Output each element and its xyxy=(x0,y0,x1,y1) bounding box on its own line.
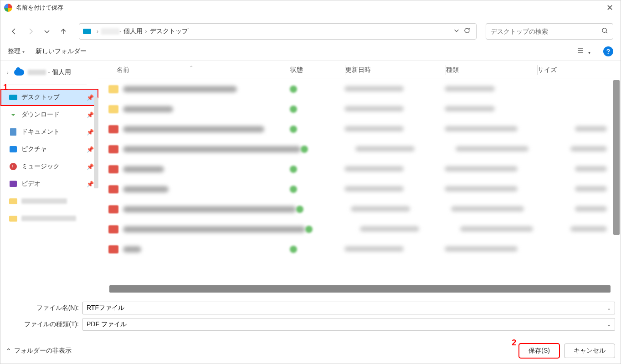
column-state[interactable]: 状態 xyxy=(290,66,345,74)
back-button[interactable] xyxy=(8,25,21,38)
new-folder-button[interactable]: 新しいフォルダー xyxy=(36,47,87,56)
pin-icon[interactable]: 📌 xyxy=(87,163,94,170)
file-row[interactable] xyxy=(98,219,621,239)
type-blurred xyxy=(445,126,518,131)
chevron-right-icon[interactable]: › xyxy=(7,70,12,75)
file-row[interactable] xyxy=(98,79,621,99)
chevron-down-icon[interactable]: ⌄ xyxy=(607,305,611,311)
folder-icon xyxy=(108,85,118,93)
sidebar-item-blurred[interactable] xyxy=(0,192,98,210)
filename-blurred xyxy=(123,166,164,172)
sidebar-item-downloads[interactable]: ダウンロード 📌 xyxy=(0,106,98,123)
filename-input[interactable]: RTFファイル ⌄ xyxy=(82,302,615,314)
sidebar-item-video[interactable]: ビデオ 📌 xyxy=(0,175,98,192)
form-area: ファイル名(N): RTFファイル ⌄ ファイルの種類(T): PDF ファイル… xyxy=(0,294,621,338)
view-button[interactable]: ▾ xyxy=(575,45,592,58)
filename-blurred xyxy=(123,146,301,152)
date-blurred xyxy=(344,186,404,192)
status-dot xyxy=(290,246,297,253)
type-blurred xyxy=(445,86,495,91)
pin-icon[interactable]: 📌 xyxy=(87,129,94,136)
forward-button[interactable] xyxy=(24,25,37,38)
file-row[interactable] xyxy=(98,179,621,199)
download-icon xyxy=(9,111,18,118)
horizontal-scrollbar[interactable] xyxy=(109,285,611,293)
sort-asc-icon: ⌃ xyxy=(190,65,193,70)
sidebar-item-label: ミュージック xyxy=(21,162,60,171)
column-headers: ⌃名前 状態 更新日時 種類 サイズ xyxy=(98,61,621,79)
cancel-button[interactable]: キャンセル xyxy=(564,344,615,358)
sidebar-item-blurred[interactable] xyxy=(0,210,98,227)
pin-icon[interactable]: 📌 xyxy=(87,111,94,118)
save-button[interactable]: 保存(S) xyxy=(519,344,559,358)
file-row[interactable] xyxy=(98,139,621,159)
refresh-button[interactable] xyxy=(462,25,472,38)
address-dropdown[interactable] xyxy=(452,25,462,37)
help-button[interactable]: ? xyxy=(603,46,613,56)
vertical-scrollbar[interactable] xyxy=(613,80,620,235)
annotation-2: 2 xyxy=(512,338,516,348)
pin-icon[interactable]: 📌 xyxy=(87,94,94,101)
file-row[interactable] xyxy=(98,119,621,139)
window-title: 名前を付けて保存 xyxy=(16,4,63,12)
sidebar: › - 個人用 1 デスクトップ 📌 ダウンロード 📌 ドキュメント 📌 ピクチ… xyxy=(0,61,98,294)
filename-blurred xyxy=(123,246,141,253)
pc-icon xyxy=(83,29,91,34)
column-date[interactable]: 更新日時 xyxy=(345,66,446,74)
sidebar-item-documents[interactable]: ドキュメント 📌 xyxy=(0,123,98,141)
desktop-icon xyxy=(9,95,17,100)
svg-point-0 xyxy=(602,28,606,32)
filetype-label: ファイルの種類(T): xyxy=(6,320,82,329)
breadcrumb-personal[interactable]: - 個人用 xyxy=(119,27,143,35)
column-name[interactable]: ⌃名前 xyxy=(98,66,290,74)
personal-suffix: - 個人用 xyxy=(48,68,71,76)
pdf-icon xyxy=(108,225,118,233)
status-dot xyxy=(301,146,308,153)
pdf-icon xyxy=(108,145,118,153)
pin-icon[interactable]: 📌 xyxy=(87,181,94,187)
status-dot xyxy=(296,206,303,213)
date-blurred xyxy=(344,246,404,252)
filename-blurred xyxy=(123,106,173,112)
chevron-right-icon[interactable]: › xyxy=(145,28,147,35)
date-blurred xyxy=(344,166,404,172)
sidebar-item-pictures[interactable]: ピクチャ 📌 xyxy=(0,141,98,158)
sidebar-item-music[interactable]: ミュージック 📌 xyxy=(0,158,98,175)
address-bar[interactable]: › - 個人用 › デスクトップ xyxy=(79,23,477,40)
column-type[interactable]: 種類 xyxy=(446,66,537,74)
hide-folders-button[interactable]: ⌃ フォルダーの非表示 xyxy=(6,347,72,355)
breadcrumb-desktop[interactable]: デスクトップ xyxy=(150,27,188,35)
type-blurred xyxy=(451,206,524,212)
file-rows xyxy=(98,79,621,283)
tree-onedrive[interactable]: › - 個人用 xyxy=(0,64,98,81)
date-blurred xyxy=(360,226,419,232)
file-row[interactable] xyxy=(98,199,621,219)
status-dot xyxy=(290,86,297,93)
up-button[interactable] xyxy=(57,25,70,38)
search-input[interactable] xyxy=(491,28,601,35)
pin-icon[interactable]: 📌 xyxy=(87,146,94,153)
search-box[interactable] xyxy=(486,23,613,40)
file-row[interactable] xyxy=(98,239,621,259)
file-row[interactable] xyxy=(98,99,621,119)
sidebar-scrollbar[interactable] xyxy=(94,97,98,188)
sidebar-item-label: デスクトップ xyxy=(21,93,60,101)
recent-dropdown[interactable] xyxy=(41,25,53,38)
filetype-select[interactable]: PDF ファイル ⌄ xyxy=(82,318,615,331)
search-icon[interactable] xyxy=(601,27,608,36)
hide-folders-label: フォルダーの非表示 xyxy=(14,347,72,355)
chevron-down-icon[interactable]: ⌄ xyxy=(607,322,611,328)
organize-button[interactable]: 整理 ▾ xyxy=(8,47,25,56)
sidebar-item-desktop[interactable]: デスクトップ 📌 xyxy=(0,89,98,106)
column-size[interactable]: サイズ xyxy=(538,66,621,74)
breadcrumb-user-blurred[interactable] xyxy=(101,28,119,35)
chevron-right-icon[interactable]: › xyxy=(97,28,98,35)
close-icon[interactable]: ✕ xyxy=(603,1,617,15)
file-row[interactable] xyxy=(98,159,621,179)
video-icon xyxy=(10,181,17,187)
date-blurred xyxy=(344,106,404,111)
filename-blurred xyxy=(123,226,305,233)
sidebar-item-label: ダウンロード xyxy=(21,111,60,119)
folder-icon xyxy=(108,105,118,113)
status-dot xyxy=(305,226,313,233)
